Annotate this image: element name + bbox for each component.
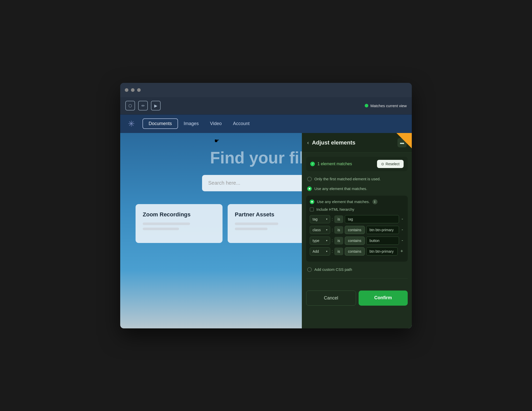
inner-radio-label: Use any element that matches.	[317, 199, 370, 204]
cursor-icon: ⬡	[128, 103, 132, 108]
play-tool-button[interactable]: ▶	[151, 101, 161, 110]
css-path-radio	[307, 267, 312, 272]
filter-is-4: is	[334, 248, 343, 255]
play-icon: ▶	[154, 103, 157, 108]
panel-title: Adjust elements	[312, 139, 394, 146]
filter-is-2: is	[334, 226, 343, 234]
filter-row-tag: tag ▾ : is tag -	[310, 215, 404, 223]
filter-add-value[interactable]: btn btn-primary	[366, 247, 398, 256]
edit-icon: ✏	[141, 103, 145, 108]
panel-header: ‹ Adjust elements ▬	[302, 133, 412, 153]
matches-indicator	[365, 104, 368, 107]
filter-row-add: Add ▾ : is contains btn btn-primary +	[310, 247, 404, 256]
filter-type-value[interactable]: button	[366, 237, 399, 245]
panel-footer: Cancel Confirm	[302, 286, 412, 310]
radio-first-circle	[307, 177, 312, 181]
filter-contains-3[interactable]: contains	[345, 237, 365, 245]
filter-contains-4[interactable]: contains	[345, 247, 365, 256]
card-partner-title: Partner Assets	[235, 211, 307, 218]
filter-colon-4: :	[332, 249, 333, 254]
main-content: Find your files Search here... C Zoom Re…	[120, 133, 412, 328]
chevron-down-icon: ▾	[326, 250, 327, 253]
filter-colon-1: :	[332, 217, 333, 221]
filter-remove-type[interactable]: -	[401, 238, 404, 243]
nav-documents[interactable]: Documents	[142, 118, 178, 129]
card-zoom-title: Zoom Recordings	[143, 211, 215, 218]
radio-first-match[interactable]: Only the first matched element is used.	[306, 175, 408, 183]
filter-row-class: class ▾ : is contains btn btn-primary -	[310, 226, 404, 234]
reselect-button[interactable]: ⊙ Reselect	[377, 160, 404, 168]
divider	[306, 279, 408, 279]
filter-class-select[interactable]: class ▾	[310, 226, 330, 234]
match-indicator: ✓	[310, 162, 315, 166]
chevron-down-icon: ▾	[326, 228, 327, 231]
reselect-icon: ⊙	[381, 162, 384, 166]
match-row: ✓ 1 element matches ⊙ Reselect	[306, 157, 408, 171]
filter-class-value[interactable]: btn btn-primary	[366, 226, 399, 234]
edit-tool-button[interactable]: ✏	[138, 101, 148, 110]
traffic-light-maximize[interactable]	[137, 88, 141, 92]
card-zoom-recordings[interactable]: Zoom Recordings	[136, 204, 223, 243]
confirm-button[interactable]: Confirm	[359, 291, 408, 306]
include-html-label: Include HTML hierarchy	[316, 207, 354, 212]
css-path-row[interactable]: Add custom CSS path	[306, 264, 408, 275]
match-count-text: 1 element matches	[317, 162, 374, 166]
matches-label: Matches current view	[370, 104, 407, 108]
reselect-label: Reselect	[386, 162, 400, 166]
card-line-3	[235, 223, 278, 225]
corner-decoration	[396, 133, 412, 148]
logo-icon: ✳	[128, 119, 135, 129]
filter-is-1: is	[334, 215, 343, 223]
adjust-panel: ‹ Adjust elements ▬ ✓ 1 element matches	[302, 133, 412, 328]
filter-colon-2: :	[332, 228, 333, 232]
filter-add-select[interactable]: Add ▾	[310, 247, 330, 256]
radio-any-circle	[307, 186, 312, 191]
chevron-down-icon: ▾	[326, 239, 327, 242]
cancel-button[interactable]: Cancel	[306, 291, 356, 306]
panel-body: ✓ 1 element matches ⊙ Reselect Only the …	[302, 153, 412, 286]
toolbar: ⬡ ✏ ▶ Matches current view	[120, 97, 412, 115]
filter-remove-tag[interactable]: -	[401, 216, 404, 222]
chevron-down-icon: ▾	[326, 218, 327, 220]
back-button[interactable]: ‹	[307, 140, 309, 146]
search-input[interactable]: Search here...	[202, 175, 317, 191]
card-partner-assets[interactable]: Partner Assets	[228, 204, 315, 243]
inner-radio-circle	[310, 199, 314, 204]
card-line-4	[235, 228, 268, 230]
radio-first-label: Only the first matched element is used.	[314, 177, 381, 181]
filter-contains-2[interactable]: contains	[345, 226, 365, 234]
matches-badge: Matches current view	[365, 104, 407, 108]
inner-radio-row[interactable]: Use any element that matches. ℹ	[310, 199, 404, 204]
browser-window: ⬡ ✏ ▶ Matches current view ✳ Documents I…	[120, 83, 412, 328]
inner-options-box: Use any element that matches. ℹ Include …	[306, 196, 408, 262]
info-icon[interactable]: ℹ	[372, 199, 378, 204]
filter-tag-value[interactable]: tag	[345, 215, 399, 223]
nav-account[interactable]: Account	[227, 119, 255, 128]
filter-remove-class[interactable]: -	[401, 227, 404, 232]
filter-add-button[interactable]: +	[399, 249, 404, 254]
cursor-tool-button[interactable]: ⬡	[125, 101, 135, 110]
app-header: ✳ Documents Images Video Account ☛	[120, 115, 412, 133]
card-line-2	[143, 228, 179, 230]
include-html-checkbox-row[interactable]: Include HTML hierarchy	[310, 207, 404, 212]
traffic-light-close[interactable]	[125, 88, 128, 92]
card-line-1	[143, 223, 190, 225]
radio-any-label: Use any element that matches.	[314, 186, 367, 191]
filter-row-type: type ▾ : is contains button -	[310, 237, 404, 245]
include-html-checkbox[interactable]	[310, 207, 314, 212]
filter-colon-3: :	[332, 238, 333, 243]
nav-images[interactable]: Images	[178, 119, 204, 128]
filter-type-select[interactable]: type ▾	[310, 237, 330, 245]
filter-tag-select[interactable]: tag ▾	[310, 215, 330, 223]
filter-is-3: is	[334, 237, 343, 245]
radio-any-match[interactable]: Use any element that matches.	[306, 184, 408, 193]
title-bar	[120, 83, 412, 97]
css-path-label: Add custom CSS path	[314, 267, 352, 272]
nav-video[interactable]: Video	[204, 119, 227, 128]
traffic-light-minimize[interactable]	[131, 88, 135, 92]
